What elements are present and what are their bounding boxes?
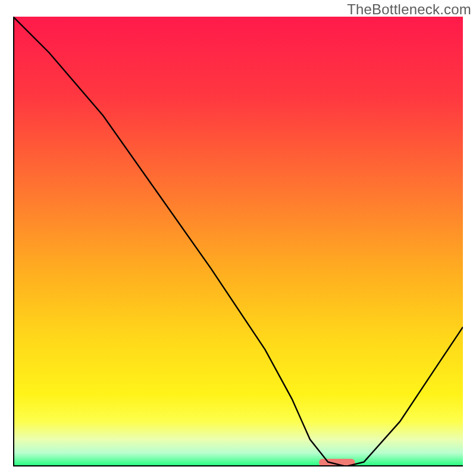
watermark-text: TheBottleneck.com	[347, 1, 471, 18]
gradient-background	[13, 17, 463, 466]
bottleneck-chart	[13, 17, 463, 466]
